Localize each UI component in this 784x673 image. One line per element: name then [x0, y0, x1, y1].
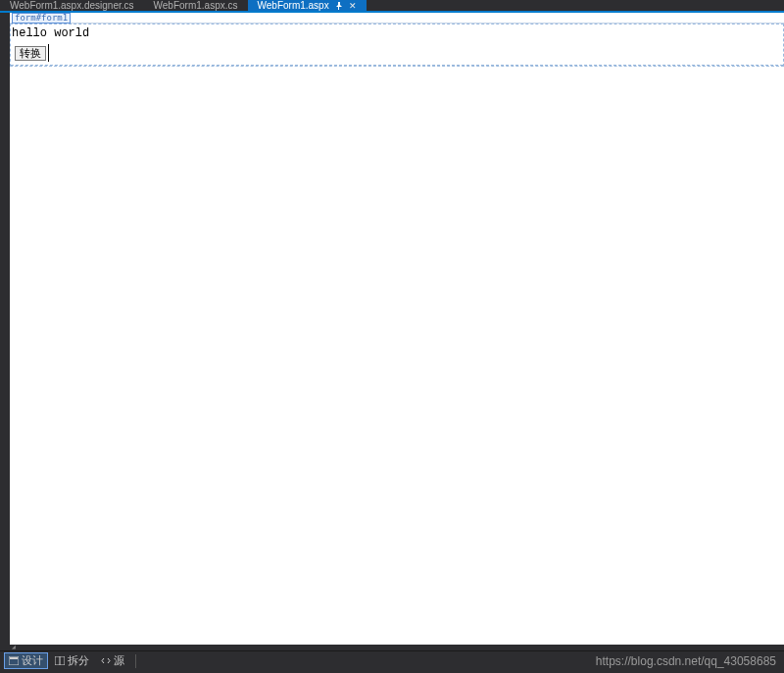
breadcrumb-form-selector[interactable]: form#form1	[12, 13, 71, 24]
element-breadcrumb: form#form1	[10, 13, 784, 24]
editor-tab-bar: WebForm1.aspx.designer.cs WebForm1.aspx.…	[0, 0, 784, 13]
button-selection-wrap: 转换	[12, 44, 49, 62]
design-view-icon	[9, 656, 19, 665]
close-icon[interactable]: ✕	[349, 1, 357, 11]
form-canvas[interactable]: hello world 转换	[10, 24, 784, 67]
label-control[interactable]: hello world	[12, 26, 89, 40]
designer-surface: form#form1 hello world 转换 ◢	[0, 13, 784, 650]
view-split-button[interactable]: 拆分	[50, 652, 94, 669]
tab-webform-aspx-cs[interactable]: WebForm1.aspx.cs	[144, 0, 248, 11]
split-view-icon	[55, 656, 65, 665]
button-control[interactable]: 转换	[15, 46, 46, 61]
view-design-button[interactable]: 设计	[4, 652, 48, 669]
resize-ruler[interactable]: ◢	[10, 645, 784, 650]
source-view-icon	[101, 656, 111, 665]
watermark-text: https://blog.csdn.net/qq_43058685	[596, 654, 780, 668]
designer-empty-area[interactable]	[10, 67, 784, 645]
view-label: 源	[114, 653, 124, 668]
view-mode-bar: 设计 拆分 源 https://blog.csdn.net/qq_4305868…	[0, 650, 784, 670]
tab-webform-designer-cs[interactable]: WebForm1.aspx.designer.cs	[0, 0, 144, 11]
tab-label: WebForm1.aspx.cs	[154, 0, 238, 11]
view-label: 拆分	[68, 653, 89, 668]
tab-webform-aspx[interactable]: WebForm1.aspx ✕	[248, 0, 367, 11]
pin-icon[interactable]	[335, 2, 343, 10]
view-source-button[interactable]: 源	[96, 652, 129, 669]
view-divider	[135, 654, 136, 668]
tab-label: WebForm1.aspx	[258, 0, 329, 11]
svg-rect-1	[10, 657, 18, 659]
view-label: 设计	[22, 653, 43, 668]
tab-label: WebForm1.aspx.designer.cs	[10, 0, 134, 11]
